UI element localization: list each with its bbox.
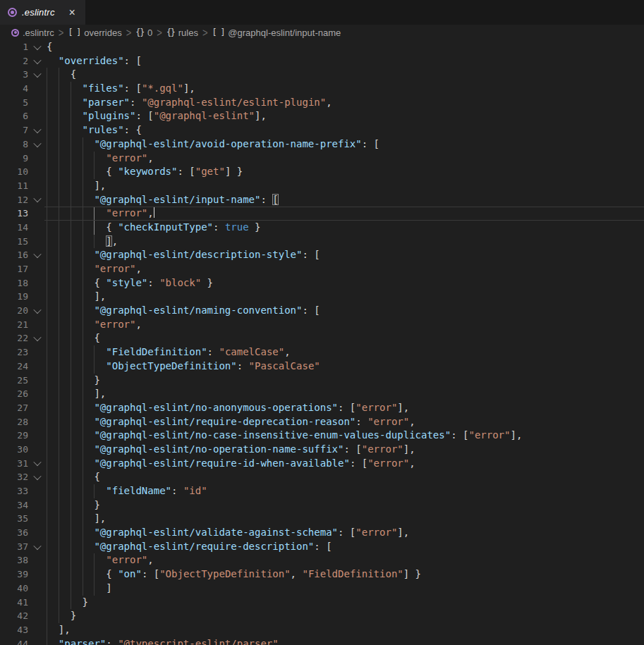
- code-line[interactable]: 2 "overrides": [: [0, 54, 644, 68]
- line-number[interactable]: 41: [0, 596, 28, 610]
- code-line[interactable]: 1{: [0, 40, 644, 54]
- line-number[interactable]: 22: [0, 331, 28, 345]
- code-line-content[interactable]: "error",: [47, 553, 644, 567]
- fold-column[interactable]: [28, 415, 47, 429]
- line-number[interactable]: 35: [0, 512, 28, 526]
- code-line[interactable]: 23 "FieldDefinition": "camelCase",: [0, 345, 644, 360]
- fold-column[interactable]: [28, 484, 47, 498]
- fold-column[interactable]: [28, 262, 47, 276]
- code-line-content[interactable]: "@graphql-eslint/validate-against-schema…: [47, 526, 644, 540]
- code-line[interactable]: 41 }: [0, 596, 644, 610]
- code-line-content[interactable]: "@graphql-eslint/no-case-insensitive-enu…: [47, 429, 644, 443]
- line-number[interactable]: 28: [0, 415, 28, 429]
- fold-column[interactable]: [28, 596, 47, 610]
- code-line-content[interactable]: ],: [47, 623, 644, 637]
- code-line[interactable]: 13 "error",: [0, 207, 644, 221]
- code-line[interactable]: 30 "@graphql-eslint/no-operation-name-su…: [0, 443, 644, 457]
- chevron-down-icon[interactable]: [33, 140, 41, 147]
- code-line-content[interactable]: { "keywords": ["get"] }: [47, 165, 644, 179]
- code-line[interactable]: 42 }: [0, 609, 644, 623]
- code-line[interactable]: 3 {: [0, 68, 644, 82]
- code-line[interactable]: 12 "@graphql-eslint/input-name": [: [0, 193, 644, 207]
- fold-column[interactable]: [28, 345, 47, 360]
- line-number[interactable]: 33: [0, 484, 28, 498]
- line-number[interactable]: 12: [0, 193, 28, 207]
- line-number[interactable]: 31: [0, 457, 28, 471]
- line-number[interactable]: 19: [0, 290, 28, 304]
- code-line-content[interactable]: { "style": "block" }: [47, 276, 644, 290]
- fold-column[interactable]: [28, 540, 47, 554]
- code-line-content[interactable]: }: [47, 596, 644, 610]
- code-line-content[interactable]: "plugins": ["@graphql-eslint"],: [47, 109, 644, 123]
- code-line-content[interactable]: "@graphql-eslint/require-description": [: [47, 540, 644, 554]
- fold-column[interactable]: [28, 304, 47, 318]
- chevron-down-icon[interactable]: [33, 42, 41, 50]
- chevron-down-icon[interactable]: [33, 125, 41, 133]
- code-line[interactable]: 8 "@graphql-eslint/avoid-operation-name-…: [0, 137, 644, 152]
- line-number[interactable]: 7: [0, 123, 28, 137]
- fold-column[interactable]: [28, 637, 47, 645]
- breadcrumb-item-input-name[interactable]: [ ] @graphql-eslint/input-name: [212, 27, 341, 38]
- fold-column[interactable]: [28, 498, 47, 512]
- code-line-content[interactable]: "@graphql-eslint/no-operation-name-suffi…: [47, 443, 644, 457]
- code-line-content[interactable]: }: [47, 609, 644, 623]
- fold-column[interactable]: [28, 54, 47, 68]
- code-line-content[interactable]: "FieldDefinition": "camelCase",: [47, 345, 644, 360]
- code-line-content[interactable]: "parser": "@typescript-eslint/parser": [47, 637, 644, 645]
- line-number[interactable]: 32: [0, 470, 28, 484]
- code-line-content[interactable]: ],: [47, 512, 644, 526]
- line-number[interactable]: 36: [0, 526, 28, 540]
- code-line[interactable]: 9 "error",: [0, 152, 644, 166]
- line-number[interactable]: 4: [0, 82, 28, 96]
- chevron-down-icon[interactable]: [33, 195, 41, 202]
- code-line[interactable]: 10 { "keywords": ["get"] }: [0, 165, 644, 179]
- fold-column[interactable]: [28, 401, 47, 415]
- chevron-down-icon[interactable]: [33, 250, 41, 258]
- line-number[interactable]: 39: [0, 567, 28, 582]
- fold-column[interactable]: [28, 40, 47, 54]
- line-number[interactable]: 30: [0, 443, 28, 457]
- chevron-down-icon[interactable]: [33, 306, 41, 314]
- code-line-content[interactable]: ],: [47, 387, 644, 401]
- close-icon[interactable]: ×: [67, 6, 78, 19]
- fold-column[interactable]: [28, 512, 47, 526]
- code-line[interactable]: 31 "@graphql-eslint/require-id-when-avai…: [0, 457, 644, 471]
- line-number[interactable]: 37: [0, 540, 28, 554]
- code-line-content[interactable]: { "on": ["ObjectTypeDefinition", "FieldD…: [47, 567, 644, 582]
- fold-column[interactable]: [28, 553, 47, 567]
- code-line[interactable]: 29 "@graphql-eslint/no-case-insensitive-…: [0, 429, 644, 443]
- code-line-content[interactable]: "overrides": [: [47, 54, 644, 68]
- fold-column[interactable]: [28, 248, 47, 262]
- code-line[interactable]: 44 "parser": "@typescript-eslint/parser": [0, 637, 644, 645]
- line-number[interactable]: 42: [0, 609, 28, 623]
- line-number[interactable]: 26: [0, 387, 28, 401]
- chevron-down-icon[interactable]: [33, 542, 41, 550]
- line-number[interactable]: 17: [0, 262, 28, 276]
- code-line[interactable]: 27 "@graphql-eslint/no-anonymous-operati…: [0, 401, 644, 415]
- code-line-content[interactable]: "@graphql-eslint/input-name": [: [47, 193, 644, 207]
- line-number[interactable]: 23: [0, 345, 28, 360]
- code-line-content[interactable]: { "checkInputType": true }: [47, 221, 644, 235]
- line-number[interactable]: 11: [0, 179, 28, 193]
- fold-column[interactable]: [28, 193, 47, 207]
- code-line-content[interactable]: "@graphql-eslint/require-deprecation-rea…: [47, 415, 644, 429]
- code-line[interactable]: 21 "error",: [0, 318, 644, 332]
- code-line-content[interactable]: "fieldName": "id": [47, 484, 644, 498]
- code-line[interactable]: 14 { "checkInputType": true }: [0, 221, 644, 235]
- fold-column[interactable]: [28, 360, 47, 374]
- code-line-content[interactable]: "ObjectTypeDefinition": "PascalCase": [47, 360, 644, 374]
- code-line-content[interactable]: "parser": "@graphql-eslint/eslint-plugin…: [47, 96, 644, 110]
- code-line-content[interactable]: }: [47, 374, 644, 388]
- fold-column[interactable]: [28, 276, 47, 290]
- fold-column[interactable]: [28, 165, 47, 179]
- code-line[interactable]: 38 "error",: [0, 553, 644, 567]
- fold-column[interactable]: [28, 526, 47, 540]
- code-editor[interactable]: 1{2 "overrides": [3 {4 "files": ["*.gql"…: [0, 40, 644, 645]
- fold-column[interactable]: [28, 152, 47, 166]
- code-line-content[interactable]: "error",: [47, 318, 644, 332]
- code-line-content[interactable]: "@graphql-eslint/description-style": [: [47, 248, 644, 262]
- line-number[interactable]: 25: [0, 374, 28, 388]
- tab-eslintrc[interactable]: .eslintrc ×: [0, 0, 85, 25]
- code-line-content[interactable]: ],: [47, 179, 644, 193]
- fold-column[interactable]: [28, 96, 47, 110]
